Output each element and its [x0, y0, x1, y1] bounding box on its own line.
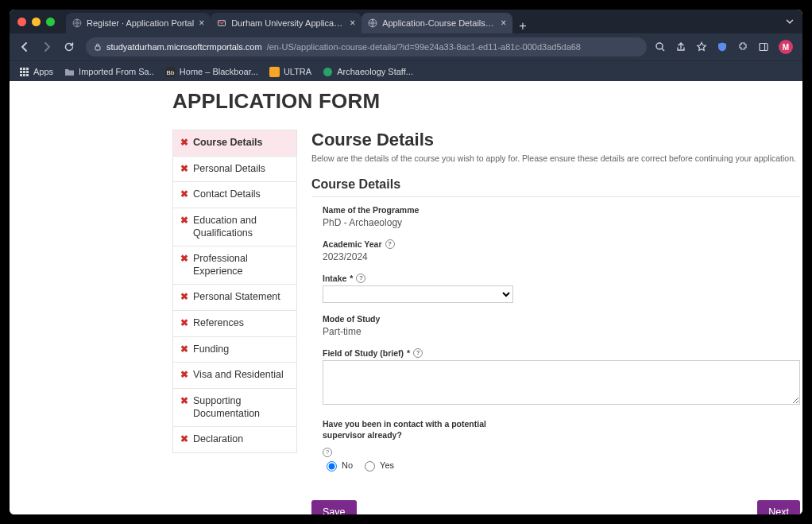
year-value: 2023/2024 — [323, 251, 800, 262]
tab-list-button[interactable] — [785, 17, 795, 26]
main-content: Course Details Below are the details of … — [311, 130, 800, 514]
sidebar-item-declaration[interactable]: ✖ Declaration — [173, 427, 296, 453]
tab-label: Durham University Applicant P — [231, 18, 345, 28]
sidebar-item-references[interactable]: ✖ References — [173, 311, 296, 337]
reload-button[interactable] — [64, 41, 78, 52]
incomplete-icon: ✖ — [180, 395, 188, 408]
section-nav: ✖ Course Details ✖ Personal Details ✖ Co… — [172, 130, 297, 453]
required-mark: * — [350, 274, 353, 283]
bookmark-ultra[interactable]: ULTRA — [269, 67, 311, 77]
sidebar-item-professional[interactable]: ✖ Professional Experience — [173, 246, 296, 285]
svg-rect-10 — [23, 71, 25, 73]
help-icon[interactable]: ? — [356, 274, 365, 283]
sidebar-item-label: Professional Experience — [193, 253, 289, 278]
incomplete-icon: ✖ — [180, 369, 188, 382]
sidebar-item-label: Funding — [193, 344, 229, 356]
page-viewport: APPLICATION FORM ✖ Course Details ✖ Pers… — [10, 81, 802, 514]
bookmark-blackboard[interactable]: Bb Home – Blackboar... — [165, 67, 258, 77]
svg-rect-3 — [95, 46, 100, 50]
required-mark: * — [407, 348, 410, 358]
help-icon[interactable]: ? — [323, 448, 332, 457]
toolbar-right: M — [655, 40, 793, 54]
supervisor-question: Have you been in contact with a potentia… — [323, 419, 497, 441]
intake-select[interactable] — [323, 285, 513, 303]
incomplete-icon: ✖ — [180, 163, 188, 176]
sidebar-item-course-details[interactable]: ✖ Course Details — [173, 130, 296, 157]
tab-register[interactable]: Register · Application Portal × — [66, 13, 211, 33]
close-icon[interactable]: × — [199, 18, 204, 28]
window-controls — [17, 17, 55, 26]
ultra-icon — [269, 67, 280, 77]
forward-button[interactable] — [41, 41, 56, 52]
sidebar-item-supporting-docs[interactable]: ✖ Supporting Documentation — [173, 389, 296, 427]
panel-icon[interactable] — [758, 41, 769, 52]
sidebar-item-funding[interactable]: ✖ Funding — [173, 337, 296, 363]
address-bar[interactable]: studyatdurham.microsoftcrmportals.com/en… — [86, 37, 647, 56]
radio-no[interactable]: No — [323, 459, 353, 472]
globe-icon — [72, 18, 82, 28]
svg-rect-7 — [23, 68, 25, 70]
next-button[interactable]: Next — [757, 500, 800, 514]
profile-avatar[interactable]: M — [779, 40, 793, 54]
bookmark-archaeology[interactable]: Archaeology Staff... — [323, 67, 413, 77]
browser-tabs: Register · Application Portal × Durham U… — [66, 10, 533, 33]
shield-icon[interactable] — [717, 41, 728, 52]
radio-no-label: No — [342, 460, 353, 470]
svg-point-4 — [656, 43, 663, 49]
bookmark-imported[interactable]: Imported From Sa.. — [64, 67, 154, 77]
search-icon[interactable] — [655, 41, 666, 52]
bookmark-apps[interactable]: Apps — [19, 67, 53, 77]
extensions-icon[interactable] — [737, 41, 748, 52]
sidebar-item-label: Visa and Residential — [193, 369, 284, 382]
radio-yes-label: Yes — [380, 460, 394, 470]
field-intake: Intake * ? — [323, 274, 800, 303]
sidebar-item-personal-details[interactable]: ✖ Personal Details — [173, 157, 296, 183]
sidebar-item-contact-details[interactable]: ✖ Contact Details — [173, 182, 296, 208]
programme-label: Name of the Programme — [323, 205, 800, 215]
sidebar-item-personal-statement[interactable]: ✖ Personal Statement — [173, 285, 296, 311]
help-icon[interactable]: ? — [385, 239, 395, 249]
sidebar-item-label: Contact Details — [193, 188, 261, 201]
minimize-window-icon[interactable] — [32, 17, 41, 26]
lock-icon — [94, 43, 102, 51]
help-icon[interactable]: ? — [413, 348, 423, 358]
maximize-window-icon[interactable] — [46, 17, 55, 26]
tab-application[interactable]: Application-Course Details · A × — [362, 13, 512, 33]
radio-yes[interactable]: Yes — [361, 459, 394, 472]
incomplete-icon: ✖ — [180, 433, 188, 446]
intake-label: Intake — [323, 274, 346, 283]
page-title: APPLICATION FORM — [172, 89, 800, 114]
new-tab-button[interactable]: + — [512, 19, 532, 33]
incomplete-icon: ✖ — [180, 188, 188, 201]
close-window-icon[interactable] — [17, 17, 26, 26]
close-icon[interactable]: × — [350, 18, 355, 28]
svg-rect-14 — [26, 74, 29, 76]
browser-toolbar: studyatdurham.microsoftcrmportals.com/en… — [10, 33, 802, 60]
star-icon[interactable] — [696, 41, 707, 52]
section-heading: Course Details — [311, 130, 800, 150]
field-of-study-textarea[interactable] — [323, 360, 800, 405]
archaeology-icon — [323, 67, 333, 77]
browser-titlebar: Register · Application Portal × Durham U… — [10, 10, 802, 33]
sidebar-item-label: Declaration — [193, 433, 243, 446]
back-button[interactable] — [19, 41, 33, 52]
close-icon[interactable]: × — [501, 18, 506, 28]
svg-text:Bb: Bb — [166, 68, 174, 76]
sidebar-item-label: Education and Qualifications — [193, 215, 289, 239]
course-details-fieldset: Name of the Programme PhD - Archaeology … — [311, 196, 800, 472]
save-button[interactable]: Save — [311, 500, 357, 514]
tab-gmail[interactable]: Durham University Applicant P × — [211, 13, 362, 33]
radio-no-input[interactable] — [327, 461, 337, 472]
folder-icon — [64, 67, 75, 77]
sidebar-item-visa[interactable]: ✖ Visa and Residential — [173, 363, 296, 389]
bookmark-label: Imported From Sa.. — [79, 67, 154, 76]
sidebar-item-label: Personal Statement — [193, 291, 280, 304]
url-domain: studyatdurham.microsoftcrmportals.com — [106, 42, 262, 52]
share-icon[interactable] — [675, 41, 686, 52]
form-actions: Save Next — [311, 500, 800, 514]
section-subtext: Below are the details of the course you … — [311, 153, 800, 163]
incomplete-icon: ✖ — [180, 291, 188, 304]
bookmark-label: Archaeology Staff... — [337, 67, 413, 76]
sidebar-item-education[interactable]: ✖ Education and Qualifications — [173, 208, 296, 246]
radio-yes-input[interactable] — [365, 461, 375, 472]
